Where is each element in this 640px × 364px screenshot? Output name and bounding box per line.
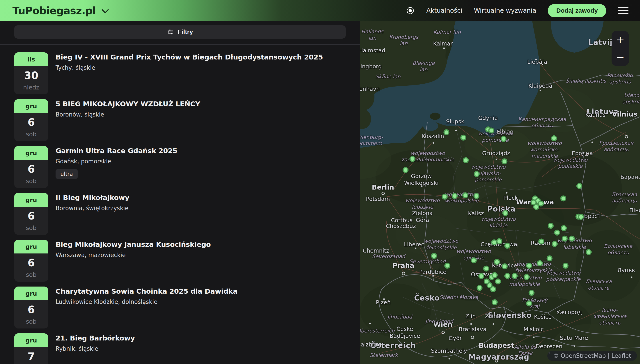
event-weekday: sob: [14, 318, 48, 328]
map-event-marker[interactable]: [529, 290, 535, 296]
map-event-marker[interactable]: [488, 128, 494, 134]
map-event-marker[interactable]: [502, 210, 508, 216]
map-event-marker[interactable]: [526, 300, 532, 306]
map-event-marker[interactable]: [491, 239, 497, 245]
event-date-card: gru 6 sob: [14, 193, 48, 235]
event-list-item[interactable]: gru 6 sob 5 BIEG MIKOŁAJKOWY WZDŁUŻ LEŃC…: [14, 99, 346, 141]
theme-toggle-sun-icon[interactable]: [405, 6, 415, 15]
map-event-marker[interactable]: [562, 236, 568, 242]
map-event-marker[interactable]: [548, 223, 554, 229]
map-attribution[interactable]: © OpenStreetMap | Leaflet: [547, 351, 637, 361]
map-event-marker[interactable]: [452, 193, 458, 199]
event-list-item[interactable]: gru 7 niedz 21. Bieg Barbórkowy Rybnik, …: [14, 333, 346, 364]
event-info: Charytatywna Sowia Choinka 2025 dla Dawi…: [56, 286, 238, 328]
event-weekday: sob: [14, 271, 48, 282]
leaflet-map[interactable]: LatvijaLietuvaPolskaČeskoSlovenskoÖsterr…: [360, 21, 640, 364]
map-event-marker[interactable]: [483, 266, 489, 272]
event-month: gru: [14, 99, 48, 113]
map-event-marker[interactable]: [496, 238, 502, 244]
filter-section: Filtry: [0, 21, 360, 45]
map-event-marker[interactable]: [502, 263, 508, 269]
event-weekday: niedz: [14, 84, 48, 94]
map-event-marker[interactable]: [445, 262, 451, 268]
nav-item-news[interactable]: Aktualności: [426, 7, 463, 14]
event-weekday: sob: [14, 178, 48, 188]
map-event-marker[interactable]: [547, 256, 553, 262]
map-event-marker[interactable]: [462, 192, 468, 198]
event-title[interactable]: 5 BIEG MIKOŁAJKOWY WZDŁUŻ LEŃCY: [56, 100, 200, 108]
map-event-marker[interactable]: [444, 129, 450, 135]
event-month: gru: [14, 146, 48, 160]
map-event-marker[interactable]: [484, 278, 490, 284]
event-month: gru: [14, 286, 48, 300]
event-info: Garmin Ultra Race Gdańsk 2025 Gdańsk, po…: [56, 146, 177, 188]
map-event-marker[interactable]: [552, 241, 558, 247]
map-event-marker[interactable]: [492, 272, 498, 278]
map-event-marker[interactable]: [495, 278, 501, 284]
map-event-marker[interactable]: [512, 273, 518, 279]
map-event-marker[interactable]: [562, 262, 568, 268]
map-event-marker[interactable]: [554, 230, 560, 236]
chevron-down-icon: [101, 6, 109, 13]
event-title[interactable]: Garmin Ultra Race Gdańsk 2025: [56, 146, 177, 155]
map-event-marker[interactable]: [569, 236, 575, 242]
filters-button[interactable]: Filtry: [14, 25, 346, 38]
event-list-item[interactable]: gru 6 sob Garmin Ultra Race Gdańsk 2025 …: [14, 146, 346, 188]
zoom-in-button[interactable]: +: [611, 31, 629, 48]
map-event-marker[interactable]: [538, 238, 544, 244]
map-event-marker[interactable]: [463, 157, 469, 163]
event-title[interactable]: Bieg IV - XVIII Grand Prix Tychów w Bieg…: [56, 53, 323, 61]
map-event-marker[interactable]: [477, 285, 483, 291]
map-event-marker[interactable]: [403, 167, 409, 173]
hamburger-menu-icon[interactable]: [618, 6, 629, 16]
brand-menu[interactable]: TuPobiegasz.pl: [13, 5, 107, 17]
map-event-marker[interactable]: [526, 262, 532, 268]
map-event-marker[interactable]: [533, 204, 539, 210]
map-event-marker[interactable]: [474, 171, 480, 177]
event-weekday: sob: [14, 131, 48, 141]
map-event-marker[interactable]: [560, 195, 566, 201]
event-title[interactable]: Bieg Mikołajkowy Janusza Kusocińskiego: [56, 240, 211, 248]
map-event-marker[interactable]: [460, 135, 466, 141]
event-location: Boronów, śląskie: [56, 111, 200, 118]
map-event-marker[interactable]: [504, 242, 510, 248]
map-event-marker[interactable]: [561, 225, 567, 231]
event-title[interactable]: Charytatywna Sowia Choinka 2025 dla Dawi…: [56, 287, 238, 296]
map-event-marker[interactable]: [578, 214, 584, 220]
event-list-item[interactable]: gru 6 sob Bieg Mikołajkowy Janusza Kusoc…: [14, 240, 346, 282]
event-month: gru: [14, 240, 48, 254]
map-event-marker[interactable]: [492, 299, 498, 305]
event-list-item[interactable]: gru 6 sob Charytatywna Sowia Choinka 202…: [14, 286, 346, 328]
top-header: TuPobiegasz.pl Aktualności Wirtualne wyz…: [0, 0, 640, 21]
event-date-card: gru 6 sob: [14, 146, 48, 188]
map-event-marker[interactable]: [576, 183, 582, 189]
map-event-marker[interactable]: [494, 259, 500, 265]
map-event-marker[interactable]: [502, 158, 508, 164]
map-event-marker[interactable]: [431, 253, 437, 259]
nav-item-virtual-challenges[interactable]: Wirtualne wyzwania: [474, 7, 536, 14]
event-list-item[interactable]: lis 30 niedz Bieg IV - XVIII Grand Prix …: [14, 52, 346, 94]
zoom-out-button[interactable]: −: [611, 48, 629, 66]
event-info: II Bieg Mikołajkowy Borownia, świętokrzy…: [56, 193, 129, 235]
event-tags: ultra: [56, 169, 177, 179]
map-event-marker[interactable]: [471, 258, 477, 264]
map-event-marker[interactable]: [551, 136, 557, 142]
map-event-marker[interactable]: [478, 273, 484, 279]
map-event-marker[interactable]: [442, 194, 448, 200]
map-event-marker[interactable]: [409, 156, 415, 162]
event-title[interactable]: 21. Bieg Barbórkowy: [56, 334, 135, 342]
map-event-marker[interactable]: [504, 273, 510, 279]
map-event-marker[interactable]: [501, 136, 507, 142]
event-list-item[interactable]: gru 6 sob II Bieg Mikołajkowy Borownia, …: [14, 193, 346, 235]
event-day: 7: [14, 347, 48, 364]
event-month: gru: [14, 333, 48, 347]
event-title[interactable]: II Bieg Mikołajkowy: [56, 193, 129, 202]
map-event-marker[interactable]: [586, 249, 592, 255]
event-list: lis 30 niedz Bieg IV - XVIII Grand Prix …: [0, 45, 360, 364]
event-location: Ludwikowice Kłodzkie, dolnośląskie: [56, 298, 238, 305]
map-event-marker[interactable]: [524, 274, 530, 280]
add-race-button[interactable]: Dodaj zawody: [548, 4, 606, 17]
map-event-marker[interactable]: [490, 286, 496, 292]
map-event-marker[interactable]: [537, 260, 543, 266]
map-event-marker[interactable]: [474, 193, 480, 199]
